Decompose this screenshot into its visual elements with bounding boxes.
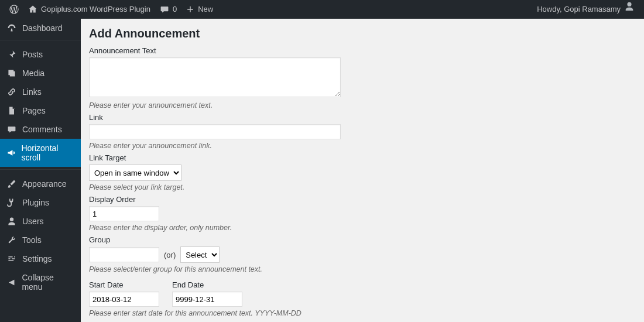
sidebar-item-media[interactable]: Media: [0, 64, 81, 83]
megaphone-icon: [6, 148, 16, 157]
user-icon: [6, 217, 18, 226]
display-order-label: Display Order: [89, 195, 632, 204]
collapse-icon: ◄: [6, 277, 17, 287]
page-content: Add Announcement Announcement Text Pleas…: [81, 19, 644, 322]
avatar-icon: [624, 0, 635, 19]
page-icon: [6, 106, 18, 115]
start-date-label: Start Date: [89, 280, 159, 289]
end-date-input[interactable]: [172, 292, 242, 307]
wp-logo[interactable]: [5, 5, 23, 14]
plug-icon: [6, 198, 18, 207]
site-name-label: Gopiplus.com WordPress Plugin: [41, 0, 150, 19]
media-icon: [6, 68, 18, 78]
ann-text-label: Announcement Text: [89, 46, 632, 55]
link-icon: [6, 87, 18, 97]
end-date-label: End Date: [172, 280, 242, 289]
settings-icon: [6, 254, 18, 263]
date-help: Please enter start date for this announc…: [89, 309, 632, 317]
link-target-select[interactable]: Open in same window: [89, 165, 181, 181]
pin-icon: [6, 50, 18, 59]
sidebar-item-users[interactable]: Users: [0, 212, 81, 231]
link-input[interactable]: [89, 124, 341, 139]
link-target-label: Link Target: [89, 153, 632, 162]
sidebar-item-dashboard[interactable]: Dashboard: [0, 19, 81, 37]
collapse-menu[interactable]: ◄ Collapse menu: [0, 268, 81, 296]
page-title: Add Announcement: [89, 27, 632, 40]
ann-text-input[interactable]: [89, 57, 341, 97]
sidebar-item-label: Plugins: [22, 198, 49, 207]
collapse-label: Collapse menu: [22, 273, 75, 292]
plus-icon: [186, 5, 194, 13]
link-label: Link: [89, 113, 632, 122]
sidebar-item-posts[interactable]: Posts: [0, 45, 81, 64]
ann-text-help: Please enter your announcement text.: [89, 101, 632, 109]
group-label: Group: [89, 235, 632, 244]
display-order-input[interactable]: [89, 206, 159, 221]
sidebar-item-label: Links: [22, 87, 42, 97]
wordpress-icon: [9, 5, 19, 14]
sidebar-item-label: Settings: [22, 254, 52, 263]
admin-bar: Gopiplus.com WordPress Plugin 0 New Howd…: [0, 0, 644, 19]
comment-icon: [160, 5, 169, 14]
sidebar-item-horizontal-scroll[interactable]: Horizontal scroll: [0, 139, 81, 167]
sidebar-item-links[interactable]: Links: [0, 83, 81, 101]
sidebar-item-appearance[interactable]: Appearance: [0, 174, 81, 193]
sidebar-item-settings[interactable]: Settings: [0, 249, 81, 268]
admin-sidebar: DashboardPostsMediaLinksPagesCommentsHor…: [0, 19, 81, 322]
wrench-icon: [6, 235, 18, 245]
display-order-help: Please enter the display order, only num…: [89, 224, 632, 232]
sidebar-item-plugins[interactable]: Plugins: [0, 193, 81, 212]
sidebar-item-label: Pages: [22, 106, 46, 115]
home-icon: [28, 5, 37, 14]
sidebar-item-label: Dashboard: [22, 23, 63, 33]
comments-count: 0: [173, 0, 177, 19]
dashboard-icon: [6, 23, 18, 33]
sidebar-item-label: Users: [22, 217, 44, 226]
sidebar-item-label: Posts: [22, 50, 43, 59]
account-link[interactable]: Howdy, Gopi Ramasamy: [532, 0, 639, 19]
comments-link[interactable]: 0: [155, 0, 181, 19]
brush-icon: [6, 179, 18, 189]
link-help: Please enter your announcement link.: [89, 142, 632, 150]
group-help: Please select/enter group for this annou…: [89, 265, 632, 273]
sidebar-item-label: Media: [22, 68, 44, 78]
sidebar-item-comments[interactable]: Comments: [0, 120, 81, 139]
site-name-link[interactable]: Gopiplus.com WordPress Plugin: [23, 0, 155, 19]
sidebar-item-label: Horizontal scroll: [21, 143, 75, 162]
sidebar-item-label: Comments: [22, 125, 62, 134]
comment-icon: [6, 125, 18, 134]
greeting-label: Howdy, Gopi Ramasamy: [537, 0, 621, 19]
start-date-input[interactable]: [89, 292, 159, 307]
new-label: New: [198, 0, 213, 19]
group-input[interactable]: [89, 247, 159, 262]
sidebar-item-pages[interactable]: Pages: [0, 101, 81, 120]
sidebar-item-label: Appearance: [22, 179, 67, 189]
sidebar-item-tools[interactable]: Tools: [0, 231, 81, 249]
group-select[interactable]: Select: [180, 246, 220, 263]
sidebar-item-label: Tools: [22, 235, 42, 245]
new-link[interactable]: New: [181, 0, 218, 19]
or-text: (or): [164, 251, 176, 259]
link-target-help: Please select your link target.: [89, 183, 632, 191]
